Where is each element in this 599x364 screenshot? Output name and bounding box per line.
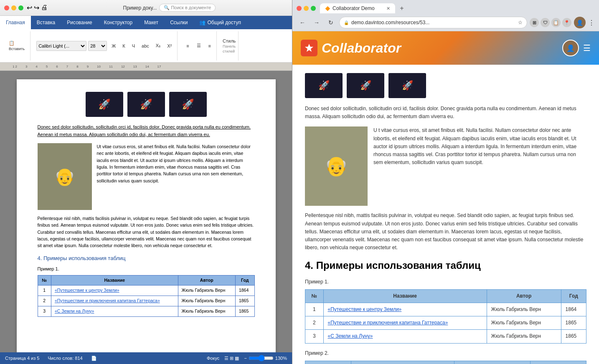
zoom-control: − 130%	[244, 355, 287, 361]
web-rocket-1: 🚀	[305, 73, 343, 98]
title-toolbar-icons: ↩ ↪ 🖨	[27, 4, 48, 12]
tab-share[interactable]: 👥 Общий доступ	[193, 16, 247, 29]
ext-icon-3[interactable]: 📋	[551, 18, 561, 27]
redo-icon[interactable]: ↪	[34, 4, 39, 12]
browser-minimize[interactable]	[304, 6, 309, 11]
web-th-name: Название	[323, 289, 487, 303]
example2-label: Пример 2.	[305, 349, 586, 357]
tab-references[interactable]: Ссылки	[164, 16, 193, 29]
active-tab[interactable]: 🔶 Collaborator Demo ✕	[320, 3, 395, 13]
web-cell-year-3: 1865	[561, 330, 586, 343]
header-menu-button[interactable]: ☰	[583, 43, 591, 53]
tab-insert[interactable]: Вставка	[31, 16, 61, 29]
web-cell-title-3[interactable]: «С Земли на Луну»	[323, 330, 487, 343]
refresh-button[interactable]: ↻	[325, 17, 337, 28]
web-rocket-images: 🚀 🚀 🚀	[305, 73, 586, 98]
web-t2-th-num: №	[305, 361, 351, 364]
svg-marker-0	[305, 44, 313, 52]
zoom-out-button[interactable]: −	[244, 356, 246, 361]
web-cell-title-2[interactable]: «Путешествие и приключения капитана Гатт…	[323, 316, 487, 330]
browser-close[interactable]	[297, 6, 302, 11]
new-tab-button[interactable]: +	[396, 3, 408, 14]
browser-content[interactable]: Collaborator 👤 ☰ 🚀 🚀 🚀 Donec sed dolor s…	[292, 31, 599, 364]
web-table-link-1[interactable]: «Путешествие к центру Земли»	[328, 306, 402, 312]
ruler-mark-10: 10	[97, 65, 101, 68]
table-link-2[interactable]: «Путешествие и приключения капитана Гатт…	[55, 298, 160, 303]
ribbon-tabs: Главная Вставка Рисование Конструктор Ма…	[0, 16, 292, 29]
tab-draw[interactable]: Рисование	[61, 16, 98, 29]
tab-design[interactable]: Конструктор	[98, 16, 138, 29]
web-table-link-2[interactable]: «Путешествие и приключения капитана Гатт…	[328, 320, 448, 326]
cell-title-1[interactable]: «Путешествие к центру Земли»	[51, 286, 178, 296]
rocket-image-1: 🚀	[86, 92, 123, 117]
ext-icon-2[interactable]: 🛡	[541, 18, 550, 27]
focus-mode[interactable]: Фокус	[207, 356, 219, 361]
ruler-mark-2: 2	[15, 65, 17, 68]
table-header-name: Название	[51, 275, 178, 286]
maximize-button[interactable]	[18, 5, 23, 10]
bookmark-icon[interactable]: ☆	[518, 20, 523, 25]
web-cell-title-1[interactable]: «Путешествие к центру Земли»	[323, 303, 487, 316]
web-cell-author-1: Жюль Габриэль Верн	[487, 303, 561, 316]
web-cell-year-1: 1864	[561, 303, 586, 316]
profile-avatar[interactable]: 👤	[574, 17, 586, 28]
web-table-row: 3 «С Земли на Луну» Жюль Габриэль Верн 1…	[305, 330, 586, 343]
tab-home[interactable]: Главная	[0, 16, 31, 29]
section-heading: 4. Примеры использования таблиц	[38, 254, 255, 263]
tab-favicon: 🔶	[325, 6, 330, 11]
document-title: Пример доку...	[123, 5, 157, 11]
paste-button[interactable]: 📋Вставить	[6, 39, 28, 53]
web-cell-num-1: 1	[305, 303, 324, 316]
header-avatar[interactable]: 👤	[562, 40, 579, 56]
web-table-link-3[interactable]: «С Земли на Луну»	[328, 333, 373, 339]
superscript-button[interactable]: X²	[164, 41, 175, 50]
editor-area[interactable]: 🚀 🚀 🚀 Donec sed dolor sollicitudin, soll…	[0, 71, 292, 352]
web-t2-th-author: Автор	[454, 361, 530, 364]
web-page-content: 🚀 🚀 🚀 Donec sed dolor sollicitudin, soll…	[292, 65, 599, 364]
close-button[interactable]	[4, 5, 9, 10]
browser-maximize[interactable]	[311, 6, 316, 11]
cell-num-1: 1	[38, 286, 51, 296]
ruler-mark-17: 17	[157, 65, 161, 68]
minimize-button[interactable]	[11, 5, 16, 10]
lock-icon: 🔒	[344, 20, 349, 25]
forward-button[interactable]: →	[311, 17, 322, 28]
rocket-image-3: 🚀	[169, 92, 207, 117]
cell-year-1: 1864	[235, 286, 254, 296]
align-left-button[interactable]: ≡	[183, 42, 192, 50]
web-full-text: Pellentesque nisl nibh, mattis facilisis…	[305, 212, 586, 252]
underline-button[interactable]: Ч	[129, 41, 138, 50]
bold-button[interactable]: Ж	[109, 41, 119, 50]
styles-label: СтильПанельстилей	[223, 38, 236, 53]
cell-title-2[interactable]: «Путешествие и приключения капитана Гатт…	[51, 296, 178, 306]
web-cell-author-3: Жюль Габриэль Верн	[487, 330, 561, 343]
font-size-select[interactable]: 28	[88, 41, 107, 51]
zoom-slider[interactable]	[249, 355, 274, 361]
ext-icon-4[interactable]: 📍	[562, 18, 571, 27]
web-body-text: Donec sed dolor sollicitudin, sollicitud…	[305, 105, 586, 121]
tab-layout[interactable]: Макет	[138, 16, 164, 29]
cell-title-3[interactable]: «С Земли на Луну»	[51, 306, 178, 316]
tab-close-button[interactable]: ✕	[386, 6, 390, 11]
browser-menu-button[interactable]: ⋮	[588, 19, 595, 27]
ext-icon-1[interactable]: ⊞	[530, 18, 539, 27]
rocket-images-row: 🚀 🚀 🚀	[38, 92, 255, 117]
view-icon: 📄	[91, 356, 97, 361]
subscript-button[interactable]: X₂	[153, 41, 163, 50]
undo-icon[interactable]: ↩	[27, 4, 32, 12]
align-center-button[interactable]: ☰	[194, 41, 204, 50]
address-bar[interactable]: 🔒 demo.davintoo.com/resources/53... ☆	[339, 17, 527, 28]
table-link-3[interactable]: «С Земли на Луну»	[55, 308, 94, 313]
search-bar[interactable]: 🔍 Поиск в документе	[159, 4, 216, 12]
print-icon[interactable]: 🖨	[41, 4, 48, 12]
italic-button[interactable]: К	[119, 41, 128, 50]
table-link-1[interactable]: «Путешествие к центру Земли»	[55, 288, 119, 293]
strikethrough-button[interactable]: abc	[139, 41, 152, 50]
ruler-mark-13: 13	[133, 65, 137, 68]
web-portrait-col-text: U t vitae cursus eros, sit amet finibus …	[373, 127, 576, 165]
align-right-button[interactable]: ≡	[206, 42, 214, 50]
table-row: 1 «Путешествие к центру Земли» Жюль Габр…	[38, 286, 254, 296]
font-family-select[interactable]: Calibri Light (...	[36, 41, 86, 51]
web-table-row: 2 «Путешествие и приключения капитана Га…	[305, 316, 586, 330]
back-button[interactable]: ←	[297, 17, 308, 28]
